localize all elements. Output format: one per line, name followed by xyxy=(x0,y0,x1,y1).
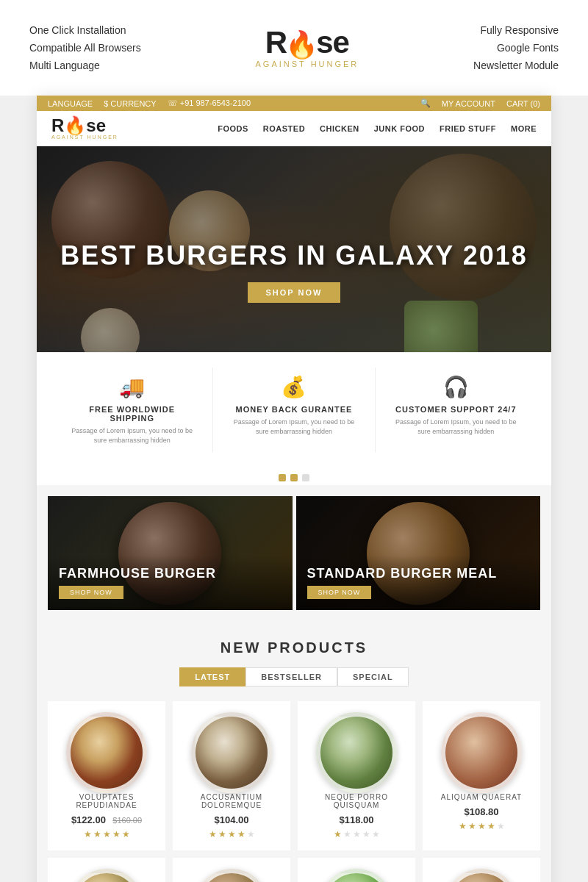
tab-latest[interactable]: LATEST xyxy=(179,667,245,686)
product-card-1: VOLUPTATES REPUDIANDAE $122.00 $160.00 ★… xyxy=(48,701,165,850)
feature-support: 🎧 CUSTOMER SUPPORT 24/7 Passage of Lorem… xyxy=(383,368,529,452)
store-topbar-right: 🔍 MY ACCOUNT CART (0) xyxy=(420,98,540,108)
product-card-8 xyxy=(423,858,540,882)
top-feature-bar: One Click Installation Compatible All Br… xyxy=(0,0,588,96)
product-stars-1: ★ ★ ★ ★ ★ xyxy=(55,829,158,839)
logo-tagline: AGAINST HUNGER xyxy=(255,60,359,68)
currency-selector[interactable]: $ CURRENCY xyxy=(104,99,157,108)
nav-foods[interactable]: FOODS xyxy=(218,124,248,133)
product-name-1: VOLUPTATES REPUDIANDAE xyxy=(55,793,158,809)
product-price-wrap-1: $122.00 $160.00 xyxy=(55,813,158,826)
store-nav-links: FOODS ROASTED CHICKEN JUNK FOOD FRIED ST… xyxy=(218,124,537,133)
cat-banner-1-overlay: FARMHOUSE BURGER SHOP NOW xyxy=(48,555,293,610)
product-image-7 xyxy=(320,869,393,882)
product-image-2 xyxy=(191,712,272,793)
shipping-icon: 🚚 xyxy=(66,375,198,399)
language-selector[interactable]: LANGUAGE xyxy=(48,99,93,108)
product-stars-2: ★ ★ ★ ★ ★ xyxy=(180,829,283,839)
hero-cta-button[interactable]: SHOP NOW xyxy=(248,282,341,303)
hero-title: BEST BURGERS IN GALAXY 2018 xyxy=(60,240,527,271)
dot-3[interactable] xyxy=(302,474,309,481)
product-image-5 xyxy=(70,869,143,882)
feature-browsers: Compatible All Browsers xyxy=(29,42,141,54)
tab-special[interactable]: SPECIAL xyxy=(337,667,409,686)
feature-money-title: MONEY BACK GURANTEE xyxy=(228,405,359,414)
dot-2[interactable] xyxy=(290,474,298,481)
product-name-2: ACCUSANTIUM DOLOREMQUE xyxy=(180,793,283,809)
nav-more[interactable]: MORE xyxy=(511,124,537,133)
cat-banner-2-title: STANDARD BURGER MEAL xyxy=(307,566,530,581)
product-name-3: NEQUE PORRO QUISQUAM xyxy=(305,793,408,809)
support-icon: 🎧 xyxy=(390,375,522,399)
new-products-title: NEW PRODUCTS xyxy=(48,639,540,656)
left-features: One Click Installation Compatible All Br… xyxy=(29,24,141,71)
product-name-4: ALIQUAM QUAERAT xyxy=(430,793,533,801)
feature-responsive: Fully Responsive xyxy=(473,24,559,36)
product-card-7 xyxy=(298,858,415,882)
feature-install: One Click Installation xyxy=(29,24,141,36)
product-card-6 xyxy=(173,858,290,882)
slider-dots xyxy=(37,467,551,485)
product-price-2: $104.00 xyxy=(215,814,249,825)
product-price-wrap-2: $104.00 xyxy=(180,813,283,826)
feature-language: Multi Language xyxy=(29,60,141,71)
search-input[interactable]: 🔍 xyxy=(420,98,431,108)
money-icon: 💰 xyxy=(228,375,359,399)
logo-brand: R🔥se xyxy=(265,27,349,58)
store-mockup: LANGUAGE $ CURRENCY ☏ +91 987-6543-2100 … xyxy=(37,96,551,882)
store-logo: R🔥se AGAINST HUNGER xyxy=(51,117,118,140)
product-card-3: NEQUE PORRO QUISQUAM $118.00 ★ ★ ★ ★ ★ xyxy=(298,701,415,850)
store-topbar-left: LANGUAGE $ CURRENCY ☏ +91 987-6543-2100 xyxy=(48,98,251,108)
product-card-5 xyxy=(48,858,165,882)
product-price-1: $122.00 xyxy=(71,814,106,825)
nav-chicken[interactable]: CHICKEN xyxy=(320,124,359,133)
product-price-4: $108.80 xyxy=(465,806,499,817)
features-strip-wrapper: 🚚 FREE WORLDWIDE SHIPPING Passage of Lor… xyxy=(37,352,551,485)
product-tabs: LATEST BESTSELLER SPECIAL xyxy=(48,667,540,686)
cat-banner-farmhouse[interactable]: FARMHOUSE BURGER SHOP NOW xyxy=(48,496,293,610)
feature-support-desc: Passage of Lorem Ipsum, you need to be s… xyxy=(390,417,522,436)
product-image-6 xyxy=(195,869,268,882)
feature-fonts: Google Fonts xyxy=(473,42,559,54)
product-image-3 xyxy=(316,712,397,793)
products-grid-row1: VOLUPTATES REPUDIANDAE $122.00 $160.00 ★… xyxy=(48,701,540,850)
cat-banner-2-overlay: STANDARD BURGER MEAL SHOP NOW xyxy=(296,555,541,610)
feature-support-title: CUSTOMER SUPPORT 24/7 xyxy=(390,405,522,414)
nav-junk-food[interactable]: JUNK FOOD xyxy=(374,124,425,133)
product-stars-4: ★ ★ ★ ★ ★ xyxy=(430,821,533,831)
store-main-nav: R🔥se AGAINST HUNGER FOODS ROASTED CHICKE… xyxy=(37,111,551,146)
dot-1[interactable] xyxy=(279,474,286,481)
feature-money-back: 💰 MONEY BACK GURANTEE Passage of Lorem I… xyxy=(220,368,367,452)
tab-bestseller[interactable]: BESTSELLER xyxy=(245,667,337,686)
new-products-section: NEW PRODUCTS LATEST BESTSELLER SPECIAL V… xyxy=(37,621,551,882)
cat-banner-1-btn[interactable]: SHOP NOW xyxy=(59,586,123,599)
features-strip: 🚚 FREE WORLDWIDE SHIPPING Passage of Lor… xyxy=(37,352,551,467)
store-phone: ☏ +91 987-6543-2100 xyxy=(168,98,251,108)
right-features: Fully Responsive Google Fonts Newsletter… xyxy=(473,24,559,71)
feature-shipping-title: FREE WORLDWIDE SHIPPING xyxy=(66,405,198,423)
product-old-price-1: $160.00 xyxy=(112,816,142,825)
cat-banner-1-title: FARMHOUSE BURGER xyxy=(59,566,282,581)
feature-shipping: 🚚 FREE WORLDWIDE SHIPPING Passage of Lor… xyxy=(59,368,205,452)
product-price-wrap-3: $118.00 xyxy=(305,813,408,826)
product-image-1 xyxy=(66,712,147,793)
cat-banner-standard[interactable]: STANDARD BURGER MEAL SHOP NOW xyxy=(296,496,541,610)
cat-banner-2-btn[interactable]: SHOP NOW xyxy=(307,586,372,599)
nav-fried-stuff[interactable]: FRIED STUFF xyxy=(440,124,496,133)
hero-content: BEST BURGERS IN GALAXY 2018 SHOP NOW xyxy=(60,240,527,303)
store-top-bar: LANGUAGE $ CURRENCY ☏ +91 987-6543-2100 … xyxy=(37,96,551,111)
category-banners: FARMHOUSE BURGER SHOP NOW STANDARD BURGE… xyxy=(37,485,551,621)
feature-money-desc: Passage of Lorem Ipsum, you need to be s… xyxy=(228,417,359,436)
product-card-4: ALIQUAM QUAERAT $108.80 ★ ★ ★ ★ ★ xyxy=(423,701,540,850)
cart-link[interactable]: CART (0) xyxy=(506,99,540,108)
feature-shipping-desc: Passage of Lorem Ipsum, you need to be s… xyxy=(66,426,198,445)
product-stars-3: ★ ★ ★ ★ ★ xyxy=(305,829,408,839)
product-image-4 xyxy=(441,712,522,793)
divider-1 xyxy=(212,368,213,452)
nav-roasted[interactable]: ROASTED xyxy=(263,124,305,133)
product-card-2: ACCUSANTIUM DOLOREMQUE $104.00 ★ ★ ★ ★ ★ xyxy=(173,701,290,850)
product-price-3: $118.00 xyxy=(340,814,374,825)
product-price-wrap-4: $108.80 xyxy=(430,805,533,818)
my-account-link[interactable]: MY ACCOUNT xyxy=(442,99,495,108)
main-logo: R🔥se AGAINST HUNGER xyxy=(255,27,359,68)
